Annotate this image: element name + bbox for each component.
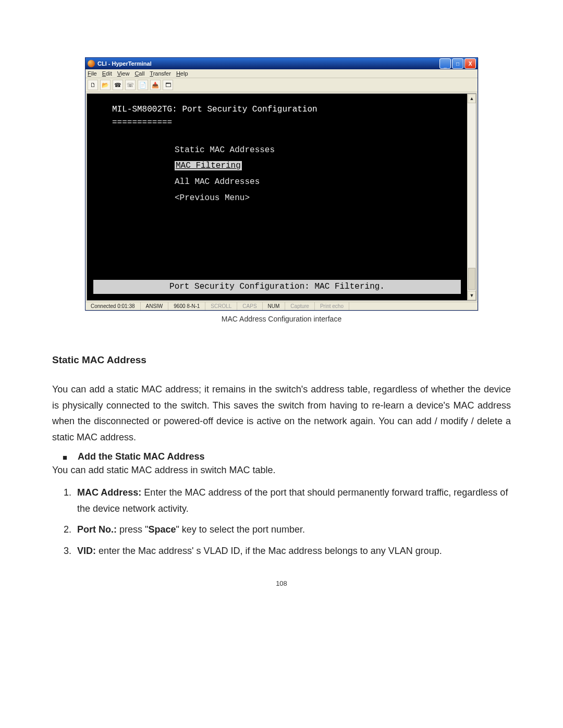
subheading-label: Add the Static MAC Address xyxy=(78,451,204,462)
terminal-hint: Port Security Configuration: MAC Filteri… xyxy=(93,280,461,294)
figure-caption: MAC Address Configuration interface xyxy=(52,315,511,323)
hyperterminal-window: CLI - HyperTerminal _ □ X File Edit View… xyxy=(85,57,478,311)
status-scroll: SCROLL xyxy=(205,302,237,310)
bullet-square-icon: ■ xyxy=(63,453,67,462)
status-printecho: Print echo xyxy=(315,302,349,310)
menu-transfer[interactable]: Transfer xyxy=(150,70,171,77)
scroll-thumb[interactable] xyxy=(468,268,475,290)
call-icon[interactable]: ☎ xyxy=(113,80,123,90)
properties-icon[interactable]: 🗔 xyxy=(163,80,173,90)
scroll-up-icon[interactable]: ▲ xyxy=(468,94,476,103)
open-icon[interactable]: 📂 xyxy=(100,80,111,90)
terminal-menu-item[interactable]: Static MAC Addresses xyxy=(175,144,461,157)
titlebar: CLI - HyperTerminal _ □ X xyxy=(85,58,478,69)
send-icon[interactable]: 📄 xyxy=(138,80,148,90)
menubar: File Edit View Call Transfer Help xyxy=(85,69,478,78)
new-icon[interactable]: 🗋 xyxy=(88,80,98,90)
terminal-menu-item[interactable]: All MAC Addresses xyxy=(175,176,461,189)
list-item: Port No.: press "Space" key to select th… xyxy=(74,522,511,538)
page-number: 108 xyxy=(52,579,511,587)
menu-view[interactable]: View xyxy=(117,70,130,77)
list-item: VID: enter the Mac address' s VLAD ID, i… xyxy=(74,543,511,559)
status-baud: 9600 8-N-1 xyxy=(168,302,205,310)
window-minimize-button[interactable]: _ xyxy=(439,58,451,69)
terminal-menu-item[interactable]: <Previous Menu> xyxy=(175,192,461,205)
terminal-menu: Static MAC Addresses MAC Filtering All M… xyxy=(112,144,461,205)
section-heading: Static MAC Address xyxy=(52,354,511,366)
menu-edit[interactable]: Edit xyxy=(102,70,112,77)
status-num: NUM xyxy=(263,302,286,310)
terminal-menu-item[interactable]: MAC Filtering xyxy=(175,159,461,172)
terminal-screen[interactable]: MIL-SM8002TG: Port Security Configuratio… xyxy=(87,94,467,300)
status-caps: CAPS xyxy=(237,302,262,310)
receive-icon[interactable]: 📥 xyxy=(150,80,161,90)
toolbar: 🗋 📂 ☎ ☏ 📄 📥 🗔 xyxy=(85,78,478,92)
paragraph: You can add a static MAC address; it rem… xyxy=(52,381,511,445)
scrollbar[interactable]: ▲ ▼ xyxy=(467,94,476,300)
status-emulation: ANSIW xyxy=(141,302,169,310)
hyperterminal-app-icon xyxy=(88,60,95,67)
menu-file[interactable]: File xyxy=(88,70,97,77)
menu-help[interactable]: Help xyxy=(176,70,188,77)
window-maximize-button[interactable]: □ xyxy=(452,58,463,69)
list-item: MAC Address: Enter the MAC address of th… xyxy=(74,485,511,516)
window-close-button[interactable]: X xyxy=(464,58,476,69)
scroll-down-icon[interactable]: ▼ xyxy=(468,291,476,300)
document-body: Static MAC Address You can add a static … xyxy=(52,354,511,559)
window-title: CLI - HyperTerminal xyxy=(97,60,439,67)
subheading: ■ Add the Static MAC Address xyxy=(52,451,511,462)
scroll-track[interactable] xyxy=(468,103,476,291)
terminal-header: MIL-SM8002TG: Port Security Configuratio… xyxy=(112,103,461,116)
status-connected: Connected 0:01:38 xyxy=(85,302,141,310)
paragraph: You can add static MAC address in switch… xyxy=(52,462,511,478)
status-capture: Capture xyxy=(285,302,315,310)
terminal-separator: ============ xyxy=(112,116,461,129)
status-bar: Connected 0:01:38 ANSIW 9600 8-N-1 SCROL… xyxy=(85,302,478,310)
menu-call[interactable]: Call xyxy=(134,70,144,77)
disconnect-icon[interactable]: ☏ xyxy=(125,80,136,90)
